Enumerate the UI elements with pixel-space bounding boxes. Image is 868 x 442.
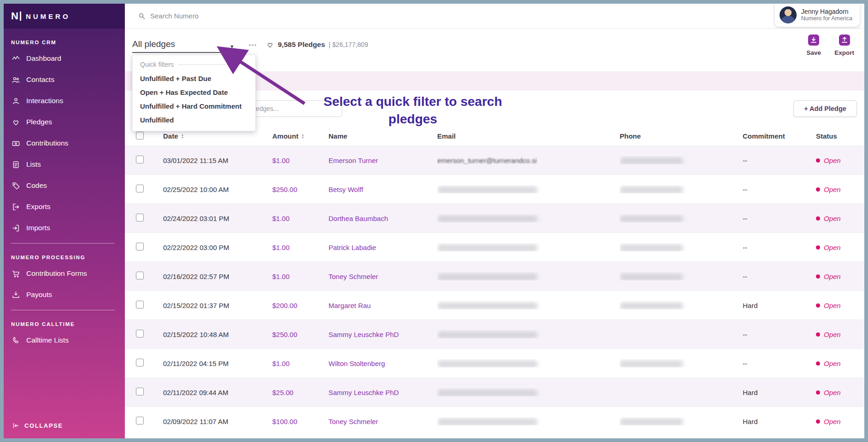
cell-status: Open: [816, 157, 864, 164]
column-header-phone[interactable]: Phone: [620, 132, 743, 140]
more-options-button[interactable]: ⋯: [248, 40, 258, 50]
row-checkbox[interactable]: [136, 185, 144, 192]
column-header-amount[interactable]: Amount▲▼: [272, 132, 324, 140]
cell-status: Open: [816, 360, 864, 367]
sidebar-item-label: Contacts: [26, 76, 54, 84]
cell-email: emerson_turner@turnerandco.si: [437, 157, 620, 164]
cell-name-link[interactable]: Sammy Leuschke PhD: [328, 389, 399, 396]
status-dot: [816, 158, 820, 163]
cell-name-link[interactable]: Sammy Leuschke PhD: [328, 331, 399, 338]
app-window: N NUMERO NUMERO CRMDashboardContactsInte…: [0, 0, 868, 442]
cell-date: 02/24/2022 03:01 PM: [163, 215, 272, 222]
redacted-phone: [620, 273, 683, 280]
row-checkbox[interactable]: [136, 388, 144, 395]
cell-status: Open: [816, 215, 864, 222]
sidebar-item-imports[interactable]: Imports: [4, 217, 125, 238]
pledge-row: 02/15/2022 10:48 AM$250.00Sammy Leuschke…: [125, 320, 864, 349]
sidebar-item-contribution-forms[interactable]: Contribution Forms: [4, 263, 125, 284]
pledge-row: 02/09/2022 11:07 AM$100.00Toney Schmeler…: [125, 407, 864, 436]
column-header-status[interactable]: Status: [816, 132, 864, 140]
pledge-row: 02/22/2022 03:00 PM$1.00Patrick Labadie-…: [125, 233, 864, 262]
column-header-name[interactable]: Name: [328, 132, 437, 140]
pledges-icon: [266, 41, 274, 49]
collapse-icon: [11, 421, 20, 430]
cell-date: 02/25/2022 10:00 AM: [163, 186, 272, 193]
sidebar-item-lists[interactable]: Lists: [4, 154, 125, 175]
cell-name-link[interactable]: Dorthea Baumbach: [328, 215, 388, 222]
cell-amount-link[interactable]: $1.00: [272, 273, 290, 280]
sidebar-item-label: Contributions: [26, 139, 68, 147]
row-checkbox[interactable]: [136, 301, 144, 308]
exports-icon: [11, 202, 20, 211]
row-checkbox[interactable]: [136, 156, 144, 163]
user-menu[interactable]: Jenny Hagadorn Numero for America: [775, 4, 860, 27]
row-checkbox[interactable]: [136, 243, 144, 250]
user-name: Jenny Hagadorn: [801, 8, 852, 15]
sidebar-item-dashboard[interactable]: Dashboard: [4, 48, 125, 69]
cell-amount-link[interactable]: $250.00: [272, 331, 297, 338]
sidebar: N NUMERO NUMERO CRMDashboardContactsInte…: [4, 4, 125, 438]
cell-amount-link[interactable]: $200.00: [272, 302, 297, 309]
cell-amount-link[interactable]: $1.00: [272, 244, 290, 251]
cell-date: 02/11/2022 04:15 PM: [163, 360, 272, 367]
quick-filter-unfulfilled-hard-commitment[interactable]: Unfulfilled + Hard Commitment: [133, 99, 255, 113]
row-checkbox[interactable]: [136, 272, 144, 279]
row-checkbox[interactable]: [136, 417, 144, 425]
cell-amount-link[interactable]: $250.00: [272, 186, 297, 193]
sidebar-item-codes[interactable]: Codes: [4, 175, 125, 196]
row-checkbox[interactable]: [136, 330, 144, 337]
quick-filter-unfulfilled[interactable]: Unfulfilled: [133, 113, 255, 127]
sidebar-item-payouts[interactable]: Payouts: [4, 284, 125, 305]
save-button[interactable]: Save: [806, 35, 821, 56]
sidebar-item-contributions[interactable]: Contributions: [4, 133, 125, 154]
column-header-date[interactable]: Date▲▼: [163, 132, 268, 140]
cell-date: 02/16/2022 02:57 PM: [163, 273, 272, 280]
quick-filter-open-has-expected-date[interactable]: Open + Has Expected Date: [133, 86, 255, 99]
collapse-label: COLLAPSE: [24, 422, 63, 429]
sidebar-item-exports[interactable]: Exports: [4, 196, 125, 217]
column-header-email[interactable]: Email: [437, 132, 620, 140]
column-header-commitment[interactable]: Commitment: [743, 132, 816, 140]
cell-amount-link[interactable]: $100.00: [272, 418, 297, 425]
cell-date: 03/01/2022 11:15 AM: [163, 157, 272, 164]
cell-name-link[interactable]: Toney Schmeler: [328, 418, 378, 425]
sidebar-item-label: Calltime Lists: [26, 336, 69, 344]
export-button[interactable]: Export: [834, 35, 854, 56]
status-dot: [816, 303, 820, 308]
collapse-button[interactable]: COLLAPSE: [4, 414, 125, 438]
redacted-email: [437, 273, 538, 280]
redacted-phone: [620, 361, 683, 367]
cell-amount-link[interactable]: $1.00: [272, 157, 290, 164]
cell-amount-link[interactable]: $1.00: [272, 360, 290, 367]
interactions-icon: [11, 96, 20, 105]
cell-name-link[interactable]: Margaret Rau: [328, 302, 371, 309]
cell-name-link[interactable]: Betsy Wolff: [328, 186, 363, 193]
cell-phone: [620, 185, 743, 193]
row-checkbox[interactable]: [136, 359, 144, 366]
pledge-row: 02/15/2022 01:37 PM$200.00Margaret RauHa…: [125, 291, 864, 320]
row-checkbox[interactable]: [136, 214, 144, 221]
view-selector-dropdown[interactable]: All pledges ▼: [132, 38, 236, 53]
cell-name-link[interactable]: Patrick Labadie: [328, 244, 376, 251]
sidebar-item-calltime-lists[interactable]: Calltime Lists: [4, 330, 125, 351]
select-all-checkbox[interactable]: [136, 132, 144, 140]
sidebar-nav: NUMERO CRMDashboardContactsInteractionsP…: [4, 29, 125, 351]
cell-name-link[interactable]: Toney Schmeler: [328, 273, 378, 280]
sidebar-item-contacts[interactable]: Contacts: [4, 69, 125, 90]
quick-filters-dropdown: Quick filters Unfulfilled + Past DueOpen…: [132, 55, 256, 131]
cell-name-link[interactable]: Emerson Turner: [328, 157, 378, 164]
cell-status: Open: [816, 389, 864, 396]
numero-logo[interactable]: N NUMERO: [4, 4, 125, 29]
status-label: Open: [824, 389, 841, 396]
quick-filter-unfulfilled-past-due[interactable]: Unfulfilled + Past Due: [133, 72, 255, 86]
cell-amount-link[interactable]: $25.00: [272, 389, 293, 396]
sidebar-item-pledges[interactable]: Pledges: [4, 111, 125, 133]
cell-amount-link[interactable]: $1.00: [272, 215, 290, 222]
cell-commitment: Hard: [743, 389, 816, 396]
pledge-row: 03/01/2022 11:15 AM$1.00Emerson Turnerem…: [125, 145, 864, 174]
global-search[interactable]: Search Numero: [138, 12, 199, 20]
sidebar-item-interactions[interactable]: Interactions: [4, 90, 125, 111]
payouts-icon: [11, 290, 20, 299]
cell-name-link[interactable]: Wilton Stoltenberg: [328, 360, 385, 367]
add-pledge-button[interactable]: + Add Pledge: [793, 100, 857, 117]
